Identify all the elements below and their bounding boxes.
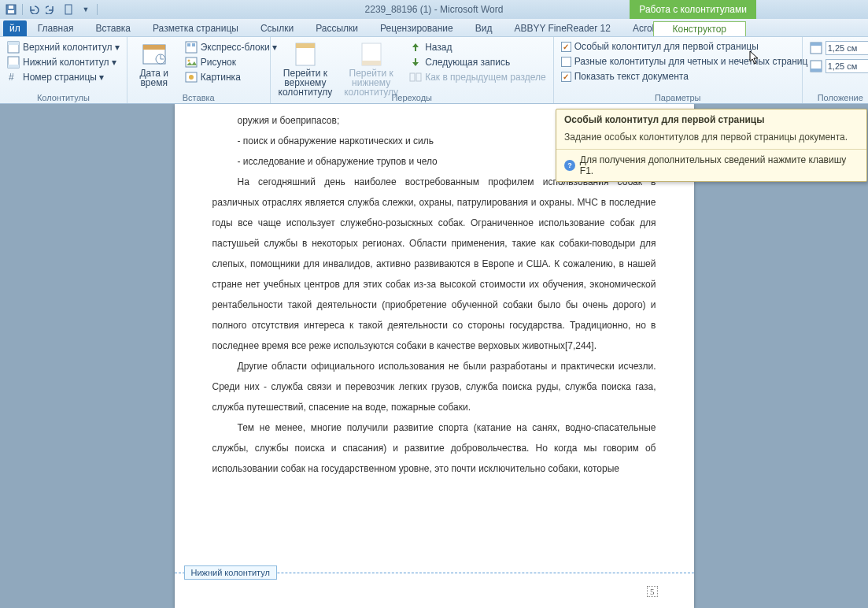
header-from-top-spinner[interactable]: 1,25 см xyxy=(807,40,868,56)
page-number-field[interactable]: 5 xyxy=(647,586,658,597)
contextual-tab-header: Работа с колонтитулами xyxy=(630,0,756,19)
tab-abbyy[interactable]: ABBYY FineReader 12 xyxy=(503,20,622,36)
redo-icon[interactable] xyxy=(45,3,57,16)
svg-rect-26 xyxy=(416,73,421,81)
footer-dropdown[interactable]: Нижний колонтитул ▾ xyxy=(5,55,122,69)
tab-insert[interactable]: Вставка xyxy=(84,20,142,36)
group-position: 1,25 см 1,25 см Положение xyxy=(803,37,868,103)
svg-rect-25 xyxy=(410,73,415,81)
svg-rect-3 xyxy=(65,5,72,14)
tab-references[interactable]: Ссылки xyxy=(249,20,305,36)
tab-design-context[interactable]: Конструктор xyxy=(653,21,746,36)
group-headers-footers: Верхний колонтитул ▾ Нижний колонтитул ▾… xyxy=(0,37,127,103)
header-dropdown[interactable]: Верхний колонтитул ▾ xyxy=(5,40,122,54)
datetime-label: Дата и время xyxy=(137,69,172,87)
picture-icon xyxy=(185,56,198,69)
svg-rect-7 xyxy=(8,65,19,68)
page-icon[interactable] xyxy=(62,3,75,16)
header-label: Верхний колонтитул ▾ xyxy=(23,42,120,53)
page-number-label: Номер страницы ▾ xyxy=(23,72,104,83)
svg-text:#: # xyxy=(9,72,14,83)
tab-review[interactable]: Рецензирование xyxy=(369,20,464,36)
doc-paragraph: На сегодняшний день наиболее востребован… xyxy=(212,172,656,356)
clipart-icon xyxy=(185,71,198,83)
tab-view[interactable]: Вид xyxy=(464,20,504,36)
show-document-checkbox[interactable]: Показать текст документа xyxy=(559,70,811,83)
doc-paragraph: Тем не менее, многие получили развитие с… xyxy=(212,417,656,479)
header-from-top-value[interactable]: 1,25 см xyxy=(826,41,868,55)
next-button[interactable]: Следующая запись xyxy=(407,55,549,69)
svg-point-18 xyxy=(187,60,190,62)
svg-rect-5 xyxy=(8,42,19,45)
tab-mailings[interactable]: Рассылки xyxy=(305,20,369,36)
calendar-icon xyxy=(142,42,167,67)
group-label: Вставка xyxy=(127,92,270,103)
goto-footer-icon xyxy=(359,42,384,67)
building-blocks-icon xyxy=(185,41,198,54)
footer-tag[interactable]: Нижний колонтитул xyxy=(184,565,277,580)
footer-from-bottom-value[interactable]: 1,25 см xyxy=(826,59,868,73)
svg-rect-24 xyxy=(362,61,381,65)
picture-button[interactable]: Рисунок xyxy=(183,55,279,69)
checkbox-icon xyxy=(561,57,571,67)
save-icon[interactable] xyxy=(5,3,17,16)
quickparts-label: Экспресс-блоки ▾ xyxy=(201,42,277,53)
quick-access-toolbar: ▼ xyxy=(0,3,98,16)
svg-rect-16 xyxy=(192,43,195,46)
tooltip-title: Особый колонтитул для первой страницы xyxy=(556,109,866,128)
group-label: Переходы xyxy=(271,92,553,103)
footer-label: Нижний колонтитул ▾ xyxy=(23,57,116,68)
group-options: Особый колонтитул для первой страницы Ра… xyxy=(554,37,803,103)
group-label: Параметры xyxy=(554,92,802,103)
tab-home[interactable]: Главная xyxy=(27,20,85,36)
svg-rect-17 xyxy=(186,57,197,67)
undo-icon[interactable] xyxy=(28,3,40,16)
ribbon-tabs: йл Главная Вставка Разметка страницы Ссы… xyxy=(0,19,868,36)
group-label: Колонтитулы xyxy=(0,92,127,103)
window-title: 2239_88196 (1) - Microsoft Word xyxy=(365,4,504,15)
checkbox-checked-icon xyxy=(561,72,571,82)
group-label: Положение xyxy=(803,92,868,103)
tooltip-f1-hint: ? Для получения дополнительных сведений … xyxy=(556,150,866,181)
different-odd-even-label: Разные колонтитулы для четных и нечетных… xyxy=(574,56,808,67)
different-first-page-label: Особый колонтитул для первой страницы xyxy=(574,41,759,52)
tab-layout[interactable]: Разметка страницы xyxy=(142,20,249,36)
previous-label: Назад xyxy=(425,42,452,53)
svg-rect-22 xyxy=(296,43,315,48)
clipart-label: Картинка xyxy=(201,72,241,83)
tooltip: Особый колонтитул для первой страницы За… xyxy=(556,109,867,182)
link-previous-button: Как в предыдущем разделе xyxy=(407,70,549,84)
qat-dropdown-icon[interactable]: ▼ xyxy=(79,3,92,16)
ribbon: Верхний колонтитул ▾ Нижний колонтитул ▾… xyxy=(0,36,868,104)
header-icon xyxy=(7,41,20,54)
clipart-button[interactable]: Картинка xyxy=(183,70,279,84)
group-insert: Дата и время Экспресс-блоки ▾ Рисунок Ка… xyxy=(127,37,271,103)
different-odd-even-checkbox[interactable]: Разные колонтитулы для четных и нечетных… xyxy=(559,55,811,68)
arrow-up-icon xyxy=(409,41,422,54)
svg-rect-15 xyxy=(187,43,190,46)
doc-paragraph: Другие области официального использовани… xyxy=(212,356,656,417)
tab-file[interactable]: йл xyxy=(3,20,27,36)
link-icon xyxy=(409,71,422,83)
hash-icon: # xyxy=(7,71,20,83)
svg-rect-28 xyxy=(811,43,822,46)
ruler-top-icon xyxy=(810,42,822,54)
arrow-down-icon xyxy=(409,56,422,69)
tooltip-f1-text: Для получения дополнительных сведений на… xyxy=(580,154,859,176)
next-label: Следующая запись xyxy=(425,57,510,68)
different-first-page-checkbox[interactable]: Особый колонтитул для первой страницы xyxy=(559,40,811,53)
page-number-dropdown[interactable]: # Номер страницы ▾ xyxy=(5,70,122,84)
show-document-label: Показать текст документа xyxy=(574,71,689,82)
picture-label: Рисунок xyxy=(201,57,236,68)
goto-footer-button: Перейти к нижнему колонтитулу xyxy=(342,40,401,98)
svg-rect-30 xyxy=(811,69,822,72)
quickparts-button[interactable]: Экспресс-блоки ▾ xyxy=(183,40,279,54)
link-previous-label: Как в предыдущем разделе xyxy=(425,72,546,83)
tooltip-body: Задание особых колонтитулов для первой с… xyxy=(556,128,866,150)
footer-from-bottom-spinner[interactable]: 1,25 см xyxy=(807,58,868,74)
svg-rect-10 xyxy=(143,45,165,50)
datetime-button[interactable]: Дата и время xyxy=(132,40,176,89)
previous-button[interactable]: Назад xyxy=(407,40,549,54)
group-navigation: Перейти к верхнему колонтитулу Перейти к… xyxy=(271,37,554,103)
goto-header-button[interactable]: Перейти к верхнему колонтитулу xyxy=(275,40,335,98)
